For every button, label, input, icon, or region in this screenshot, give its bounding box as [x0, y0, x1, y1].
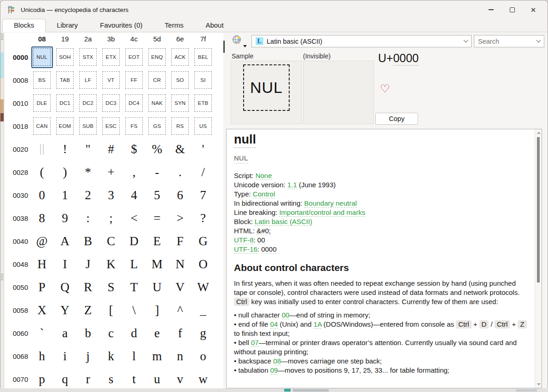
- grid-cell[interactable]: RS: [169, 115, 192, 138]
- grid-cell[interactable]: _: [192, 299, 215, 322]
- code-link[interactable]: 0000: [261, 245, 276, 254]
- tab-blocks[interactable]: Blocks: [2, 19, 46, 32]
- grid-cell[interactable]: G: [192, 230, 215, 253]
- grid-cell[interactable]: .: [169, 161, 192, 184]
- grid-cell[interactable]: R: [76, 276, 99, 299]
- grid-cell[interactable]: EOM: [53, 115, 76, 138]
- minimap-grip-top[interactable]: [1, 34, 3, 40]
- grid-cell[interactable]: V: [169, 276, 192, 299]
- grid-cell[interactable]: h: [30, 345, 53, 368]
- grid-cell[interactable]: NAK: [146, 92, 169, 115]
- grid-cell[interactable]: SI: [192, 69, 215, 92]
- grid-cell[interactable]: o: [192, 345, 215, 368]
- grid-cell[interactable]: j: [76, 345, 99, 368]
- green-link[interactable]: Latin basic (ASCII): [255, 218, 312, 226]
- grid-cell[interactable]: [30, 138, 53, 161]
- grid-cell[interactable]: s: [99, 368, 122, 389]
- green-link[interactable]: 04: [270, 320, 278, 329]
- grid-cell[interactable]: K: [99, 253, 122, 276]
- minimize-button[interactable]: [480, 0, 501, 19]
- grid-cell[interactable]: FS: [122, 115, 146, 138]
- grid-cell-selected[interactable]: NUL: [30, 46, 53, 69]
- grid-cell[interactable]: VT: [99, 69, 122, 92]
- grid-cell[interactable]: $: [122, 138, 146, 161]
- grid-cell[interactable]: BS: [30, 69, 53, 92]
- grid-cell[interactable]: C: [99, 230, 122, 253]
- grid-cell[interactable]: SOH: [53, 46, 76, 69]
- grid-cell[interactable]: ESC: [99, 115, 122, 138]
- favourite-heart-icon[interactable]: ♡: [380, 83, 390, 94]
- grid-cell[interactable]: J: [76, 253, 99, 276]
- code-link[interactable]: &#0;: [257, 227, 271, 235]
- grid-cell[interactable]: BEL: [192, 46, 215, 69]
- grid-cell[interactable]: CR: [146, 69, 169, 92]
- grid-cell[interactable]: ]: [146, 299, 169, 322]
- green-link[interactable]: 1.1: [287, 181, 297, 189]
- grid-cell[interactable]: 7: [192, 184, 215, 207]
- grid-cell[interactable]: S: [99, 276, 122, 299]
- grid-cell[interactable]: q: [53, 368, 76, 389]
- grid-cell[interactable]: `: [30, 322, 53, 345]
- scroll-up-icon[interactable]: [537, 132, 541, 134]
- grid-cell[interactable]: N: [169, 253, 192, 276]
- grid-cell[interactable]: STX: [76, 46, 99, 69]
- grid-cell[interactable]: TAB: [53, 69, 76, 92]
- grid-cell[interactable]: Q: [53, 276, 76, 299]
- grid-cell[interactable]: ': [192, 138, 215, 161]
- grid-cell[interactable]: CAN: [30, 115, 53, 138]
- copy-button[interactable]: Copy: [375, 113, 418, 125]
- grid-cell[interactable]: US: [192, 115, 215, 138]
- grid-cell[interactable]: ?: [192, 207, 215, 230]
- grid-cell[interactable]: f: [169, 322, 192, 345]
- grid-cell[interactable]: Z: [76, 299, 99, 322]
- grid-cell[interactable]: +: [99, 161, 122, 184]
- grid-cell[interactable]: E: [146, 230, 169, 253]
- grid-cell[interactable]: @: [30, 230, 53, 253]
- grid-cell[interactable]: b: [76, 322, 99, 345]
- grid-cell[interactable]: r: [76, 368, 99, 389]
- green-link[interactable]: UTF-8: [234, 236, 254, 244]
- grid-cell[interactable]: \: [122, 299, 146, 322]
- character-alias-link[interactable]: NUL: [234, 154, 248, 164]
- grid-cell[interactable]: l: [122, 345, 146, 368]
- grid-cell[interactable]: ,: [122, 161, 146, 184]
- grid-cell[interactable]: LF: [76, 69, 99, 92]
- grid-cell[interactable]: n: [169, 345, 192, 368]
- grid-cell[interactable]: ^: [169, 299, 192, 322]
- grid-cell[interactable]: ETB: [192, 92, 215, 115]
- grid-cell[interactable]: ACK: [169, 46, 192, 69]
- grid-cell[interactable]: 3: [99, 184, 122, 207]
- grid-cell[interactable]: p: [30, 368, 53, 389]
- tab-favourites-0[interactable]: Favourites (0): [89, 19, 154, 32]
- grid-cell[interactable]: #: [99, 138, 122, 161]
- grid-cell[interactable]: DC2: [76, 92, 99, 115]
- grid-cell[interactable]: EOT: [122, 46, 146, 69]
- grid-cell[interactable]: t: [122, 368, 146, 389]
- grid-cell[interactable]: W: [192, 276, 215, 299]
- grid-cell[interactable]: i: [53, 345, 76, 368]
- grid-cell[interactable]: 1: [53, 184, 76, 207]
- grid-cell[interactable]: 4: [122, 184, 146, 207]
- code-link[interactable]: 00: [257, 236, 265, 244]
- grid-cell[interactable]: w: [192, 368, 215, 389]
- minimap-grip-bottom[interactable]: [1, 274, 3, 280]
- grid-cell[interactable]: =: [146, 207, 169, 230]
- grid-cell[interactable]: k: [99, 345, 122, 368]
- grid-cell[interactable]: D: [122, 230, 146, 253]
- grid-cell[interactable]: :: [76, 207, 99, 230]
- green-link[interactable]: 09: [270, 366, 278, 375]
- info-scrollbar[interactable]: [535, 129, 542, 388]
- scroll-down-icon[interactable]: [537, 383, 541, 386]
- grid-cell[interactable]: GS: [146, 115, 169, 138]
- grid-cell[interactable]: M: [146, 253, 169, 276]
- grid-cell[interactable]: >: [169, 207, 192, 230]
- tab-terms[interactable]: Terms: [154, 19, 195, 32]
- grid-cell[interactable]: U: [146, 276, 169, 299]
- close-button[interactable]: ✕: [523, 0, 544, 19]
- blocks-menu-button[interactable]: [232, 35, 248, 48]
- search-combobox[interactable]: Search: [474, 35, 544, 47]
- green-link[interactable]: Important/control and marks: [279, 208, 365, 217]
- green-link[interactable]: UTF-16: [234, 245, 257, 254]
- grid-cell[interactable]: A: [53, 230, 76, 253]
- green-link[interactable]: 07: [251, 339, 259, 347]
